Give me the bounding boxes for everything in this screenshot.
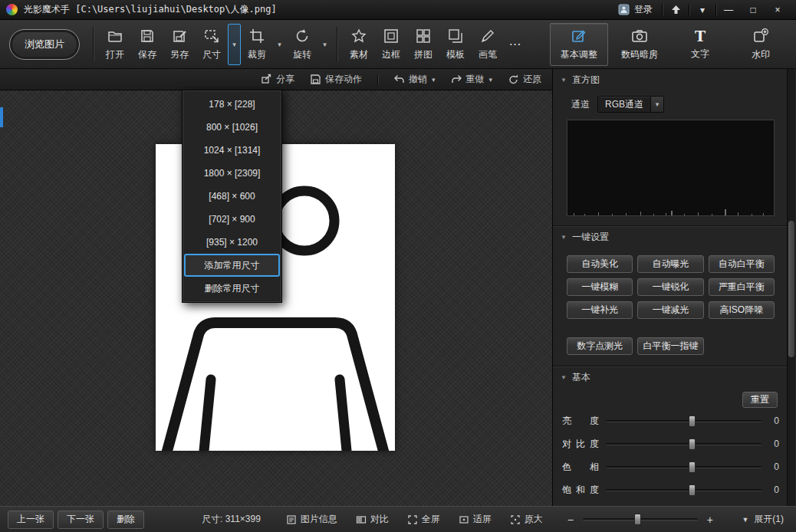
maximize-button[interactable]: □ <box>741 0 765 19</box>
size-option[interactable]: 1800 × [2309] <box>184 162 280 185</box>
minimize-button[interactable]: — <box>716 0 741 19</box>
crop-dropdown-arrow[interactable]: ▾ <box>273 24 286 65</box>
oneclick-collapse-icon[interactable]: ▼ <box>561 234 567 241</box>
next-image-button[interactable]: 下一张 <box>58 511 104 529</box>
close-button[interactable]: × <box>765 0 790 19</box>
material-button[interactable]: 素材 <box>343 22 375 67</box>
undo-dropdown-arrow[interactable]: ▾ <box>432 76 436 84</box>
basic-adjust-icon <box>571 28 587 44</box>
whitebalance-picker-button[interactable]: 白平衡一指键 <box>637 337 703 355</box>
template-button[interactable]: 模板 <box>439 22 472 67</box>
tab-basic-adjust[interactable]: 基本调整 <box>550 23 608 66</box>
tab-watermark[interactable]: 水印 <box>732 23 790 66</box>
tab-text[interactable]: T 文字 <box>671 23 729 66</box>
zoom-slider-thumb[interactable] <box>634 514 641 525</box>
panel-scrollbar[interactable] <box>787 69 795 506</box>
zoom-in-button[interactable]: + <box>705 514 715 526</box>
fill-light-button[interactable]: 一键补光 <box>567 301 633 319</box>
tab-watermark-label: 水印 <box>752 48 770 61</box>
channel-select-arrow-icon[interactable]: ▾ <box>650 97 663 112</box>
size-option[interactable]: [702] × 900 <box>184 208 280 231</box>
open-button[interactable]: 打开 <box>99 22 131 67</box>
auto-whitebalance-button[interactable]: 自动白平衡 <box>709 255 775 273</box>
tab-darkroom[interactable]: 数码暗房 <box>610 23 669 66</box>
basic-section-header[interactable]: ▼ 基本 <box>553 366 796 388</box>
saturation-slider[interactable] <box>606 489 761 491</box>
histogram-chart <box>567 120 775 216</box>
reset-row: 重置 <box>553 388 796 409</box>
fit-screen-button[interactable]: 适屏 <box>459 513 492 526</box>
zoom-out-button[interactable]: − <box>565 514 576 526</box>
resize-dropdown-arrow[interactable]: ▾ <box>228 24 241 65</box>
previous-image-button[interactable]: 上一张 <box>8 511 54 529</box>
contrast-slider-row: 对比度 0 <box>553 432 796 455</box>
redo-button[interactable]: 重做 ▾ <box>451 73 493 86</box>
skin-up-icon[interactable] <box>663 0 689 19</box>
size-option[interactable]: 178 × [228] <box>184 93 280 116</box>
rotate-button[interactable]: 旋转 <box>286 22 318 67</box>
oneclick-title: 一键设置 <box>572 231 609 244</box>
size-option[interactable]: 800 × [1026] <box>184 116 280 139</box>
auto-exposure-button[interactable]: 自动曝光 <box>637 255 703 273</box>
brightness-slider[interactable] <box>606 420 761 422</box>
collage-button[interactable]: 拼图 <box>407 22 439 67</box>
browse-images-button[interactable]: 浏览图片 <box>9 29 80 60</box>
delete-image-button[interactable]: 删除 <box>107 511 144 529</box>
open-folder-icon <box>107 28 123 44</box>
size-option[interactable]: 1024 × [1314] <box>184 139 280 162</box>
border-frame-icon <box>383 28 400 44</box>
border-button[interactable]: 边框 <box>375 22 407 67</box>
more-tools-button[interactable]: ⋯ <box>504 22 527 67</box>
zoom-slider[interactable] <box>583 518 698 521</box>
delete-common-size-option[interactable]: 删除常用尺寸 <box>184 277 280 300</box>
material-label: 素材 <box>350 48 368 61</box>
add-common-size-option[interactable]: 添加常用尺寸 <box>184 254 280 277</box>
mode-tabs: 基本调整 数码暗房 T 文字 水印 <box>550 23 793 66</box>
spot-metering-button[interactable]: 数字点测光 <box>567 337 633 355</box>
compare-button[interactable]: 对比 <box>356 513 389 526</box>
oneclick-blur-button[interactable]: 一键模糊 <box>567 278 633 296</box>
basic-collapse-icon[interactable]: ▼ <box>561 374 567 381</box>
brush-button[interactable]: 画笔 <box>472 22 504 67</box>
oneclick-section-header[interactable]: ▼ 一键设置 <box>553 226 796 248</box>
severe-whitebalance-button[interactable]: 严重白平衡 <box>709 278 775 296</box>
contrast-slider-thumb[interactable] <box>689 438 696 450</box>
reduce-light-button[interactable]: 一键减光 <box>637 301 703 319</box>
resize-button[interactable]: 尺寸 <box>196 22 228 67</box>
brightness-slider-thumb[interactable] <box>689 415 696 427</box>
original-size-button[interactable]: 原大 <box>510 513 543 526</box>
reset-button[interactable]: 重置 <box>742 392 778 408</box>
panel-scrollbar-thumb[interactable] <box>788 221 794 357</box>
oneclick-sharpen-button[interactable]: 一键锐化 <box>637 278 703 296</box>
share-button[interactable]: 分享 <box>261 73 294 86</box>
size-dropdown-menu: 178 × [228] 800 × [1026] 1024 × [1314] 1… <box>182 90 282 303</box>
restore-button[interactable]: 还原 <box>508 73 541 86</box>
save-action-button[interactable]: 保存动作 <box>310 73 362 86</box>
channel-select[interactable]: RGB通道 ▾ <box>597 96 664 113</box>
hue-slider-thumb[interactable] <box>689 461 696 473</box>
expand-panel-button[interactable]: ▼ 展开(1) <box>742 513 788 526</box>
hue-value: 0 <box>768 461 779 472</box>
crop-button[interactable]: 裁剪 <box>241 22 273 67</box>
save-button[interactable]: 保存 <box>131 22 163 67</box>
rotate-label: 旋转 <box>293 48 311 61</box>
saturation-slider-thumb[interactable] <box>689 484 696 496</box>
image-size-info: 尺寸: 311×399 <box>202 513 261 526</box>
histogram-section-header[interactable]: ▼ 直方图 <box>553 69 796 90</box>
redo-dropdown-arrow[interactable]: ▾ <box>489 76 493 84</box>
hue-slider[interactable] <box>606 466 761 468</box>
restore-icon <box>508 74 519 85</box>
menu-chevron-icon[interactable]: ▾ <box>689 0 715 19</box>
undo-button[interactable]: 撤销 ▾ <box>393 73 436 86</box>
contrast-slider[interactable] <box>606 443 761 445</box>
auto-beautify-button[interactable]: 自动美化 <box>567 255 633 273</box>
rotate-dropdown-arrow[interactable]: ▾ <box>318 24 331 65</box>
save-as-button[interactable]: 另存 <box>163 22 196 67</box>
image-info-button[interactable]: 图片信息 <box>286 513 337 526</box>
high-iso-denoise-button[interactable]: 高ISO降噪 <box>709 301 775 319</box>
size-option[interactable]: [935] × 1200 <box>184 231 280 254</box>
histogram-collapse-icon[interactable]: ▼ <box>561 77 567 84</box>
size-option[interactable]: [468] × 600 <box>184 185 280 208</box>
login-button[interactable]: 登录 <box>609 0 662 19</box>
fullscreen-button[interactable]: 全屏 <box>407 513 440 526</box>
